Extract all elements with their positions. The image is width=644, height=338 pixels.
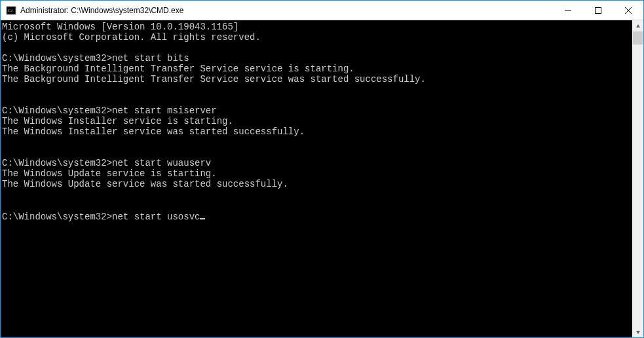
blank-line — [2, 200, 632, 210]
blank-line — [2, 43, 632, 53]
titlebar[interactable]: C:\ Administrator: C:\Windows\system32\C… — [1, 1, 643, 20]
scroll-down-button[interactable] — [632, 326, 643, 337]
blank-line — [2, 189, 632, 200]
scroll-up-button[interactable] — [632, 20, 643, 31]
output-line: The Windows Installer service is startin… — [2, 116, 632, 126]
output-line: The Windows Update service was started s… — [2, 179, 632, 189]
scroll-thumb[interactable] — [633, 31, 643, 45]
prompt: C:\Windows\system32> — [2, 105, 112, 116]
header-line: Microsoft Windows [Version 10.0.19043.11… — [2, 22, 632, 32]
svg-rect-3 — [596, 7, 601, 13]
prompt: C:\Windows\system32> — [2, 53, 112, 64]
output-line: The Background Intelligent Transfer Serv… — [2, 74, 632, 84]
prompt: C:\Windows\system32> — [2, 158, 112, 168]
cmd-window: C:\ Administrator: C:\Windows\system32\C… — [1, 1, 643, 337]
command-line: C:\Windows\system32>net start bits — [2, 53, 632, 64]
cursor — [200, 210, 205, 219]
prompt: C:\Windows\system32> — [2, 212, 112, 222]
terminal-output[interactable]: Microsoft Windows [Version 10.0.19043.11… — [1, 20, 632, 337]
output-line: The Background Intelligent Transfer Serv… — [2, 64, 632, 74]
command-line: C:\Windows\system32>net start wuauserv — [2, 158, 632, 168]
client-area: Microsoft Windows [Version 10.0.19043.11… — [1, 20, 643, 337]
current-command-line: C:\Windows\system32>net start usosvc — [2, 210, 632, 222]
minimize-button[interactable] — [553, 1, 583, 20]
svg-marker-7 — [636, 331, 640, 334]
blank-line — [2, 137, 632, 147]
blank-line — [2, 147, 632, 158]
command-input[interactable]: net start usosvc — [112, 212, 200, 222]
scroll-track[interactable] — [632, 31, 643, 326]
window-title: Administrator: C:\Windows\system32\CMD.e… — [20, 6, 183, 15]
window-controls — [553, 1, 643, 20]
maximize-button[interactable] — [583, 1, 613, 20]
command-text: net start wuauserv — [112, 158, 211, 168]
command-text: net start bits — [112, 53, 189, 64]
blank-line — [2, 84, 632, 95]
header-line: (c) Microsoft Corporation. All rights re… — [2, 32, 632, 43]
vertical-scrollbar[interactable] — [632, 20, 643, 337]
output-line: The Windows Update service is starting. — [2, 168, 632, 179]
svg-marker-6 — [636, 24, 640, 28]
command-line: C:\Windows\system32>net start msiserver — [2, 105, 632, 116]
output-line: The Windows Installer service was starte… — [2, 126, 632, 137]
blank-line — [2, 95, 632, 105]
svg-text:C:\: C:\ — [8, 8, 14, 13]
cmd-icon: C:\ — [6, 5, 16, 16]
close-button[interactable] — [613, 1, 643, 20]
command-text: net start msiserver — [112, 105, 217, 116]
